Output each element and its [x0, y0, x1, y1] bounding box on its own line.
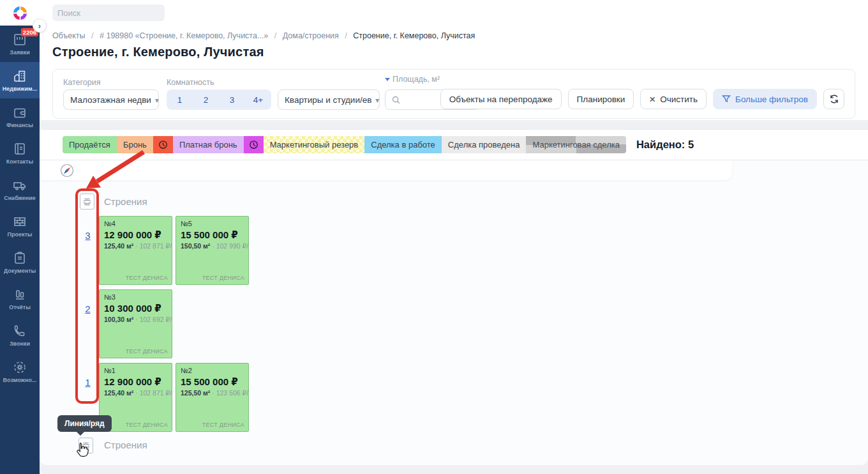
rooms-option-4plus[interactable]: 4+	[245, 89, 271, 110]
unit-card-5[interactable]: №5 15 500 000 ₽ 150,50 м² · 102 990 ₽/м²…	[176, 216, 249, 285]
rooms-option-2[interactable]: 2	[193, 89, 219, 110]
sidebar-nav: Заявки 2206 Недвижим... Финансы Контакты…	[0, 26, 40, 474]
legend-platnaya-bron-clock	[244, 136, 264, 153]
line-row-icon	[81, 440, 91, 451]
legend-strip: Продаётся Бронь Платная бронь Маркетинго…	[63, 136, 626, 153]
legend-prodaetsya: Продаётся	[63, 136, 117, 153]
breadcrumb-item[interactable]: Дома/строения	[283, 31, 339, 40]
chevron-down-icon	[151, 95, 159, 105]
found-count: Найдено: 5	[636, 139, 694, 151]
report-columns-icon	[12, 287, 27, 302]
chevron-down-icon	[371, 95, 379, 105]
rooms-filter-group: 1 2 3 4+	[167, 89, 271, 110]
resale-objects-button[interactable]: Объекты на перепродаже	[440, 89, 562, 109]
unit-card-2[interactable]: №2 15 500 000 ₽ 125,50 м² · 123 506 ₽/м²…	[176, 363, 249, 432]
more-filters-button[interactable]: Больше фильтров	[713, 89, 817, 109]
legend-platnaya-bron: Платная бронь	[173, 136, 244, 153]
breadcrumb-separator: /	[91, 31, 93, 40]
breadcrumb-item[interactable]: # 198980 «Строение, г. Кемерово, Лучиста…	[100, 31, 268, 40]
category-select[interactable]: Малоэтажная недви	[63, 89, 159, 110]
clipboard-icon	[12, 250, 27, 266]
breadcrumb-current: Строение, г. Кемерово, Лучистая	[353, 31, 475, 40]
global-search	[52, 4, 165, 21]
rooms-label: Комнатность	[167, 78, 214, 87]
legend-sdelka-v-rabote: Сделка в работе	[364, 136, 442, 153]
clock-icon	[249, 140, 258, 149]
legend-marketingovy-rezerv: Маркетинговый резерв	[264, 136, 365, 153]
bricks-icon	[12, 214, 27, 229]
category-label: Категория	[63, 78, 100, 87]
sidebar-item-zvonki[interactable]: Звонки	[0, 317, 40, 353]
legend-bron: Бронь	[117, 136, 153, 153]
building-icon	[12, 68, 27, 84]
unit-card-4[interactable]: №4 12 900 000 ₽ 125,40 м² · 102 871 ₽/м²…	[99, 216, 172, 285]
legend-sdelka-provedena: Сделка проведена	[442, 136, 527, 153]
sidebar-item-nedvizhimost[interactable]: Недвижим...	[0, 62, 40, 98]
close-icon	[649, 94, 660, 105]
line-row-toggle-top[interactable]	[80, 194, 94, 210]
clear-filters-button[interactable]: Очистить	[640, 89, 707, 109]
toolbar-strip	[40, 160, 732, 180]
status-legend: Продаётся Бронь Платная бронь Маркетинго…	[40, 129, 868, 160]
sidebar-item-proekty[interactable]: Проекты	[0, 208, 40, 244]
line-row-toggle-bottom[interactable]	[79, 438, 93, 454]
breadcrumb-separator: /	[345, 31, 347, 40]
row-link-2[interactable]: 2	[85, 303, 90, 363]
sidebar-item-otchety[interactable]: Отчёты	[0, 280, 40, 317]
legend-bron-clock	[153, 136, 173, 153]
page-title: Строение, г. Кемерово, Лучистая	[52, 45, 264, 59]
section-title-bottom: Строения	[104, 440, 147, 450]
filters-panel: Категория Малоэтажная недви Комнатность …	[52, 69, 855, 119]
rooms-option-1[interactable]: 1	[167, 89, 193, 110]
truck-icon	[12, 178, 27, 193]
logo-pinwheel-icon	[11, 4, 29, 22]
clock-icon	[158, 140, 168, 149]
funnel-icon	[722, 95, 731, 103]
area-label: Площадь, м²	[385, 75, 440, 84]
search-icon	[392, 96, 400, 104]
legend-marketingovaya-sdelka: Маркетинговая сделка	[526, 136, 625, 153]
sidebar-collapse-button[interactable]: ›	[33, 19, 47, 33]
sidebar-item-vozmozhnosti[interactable]: Возможно...	[0, 353, 40, 390]
row-link-3[interactable]: 3	[85, 230, 90, 289]
sort-triangle-icon[interactable]	[385, 78, 390, 81]
line-row-icon	[82, 196, 92, 207]
content-area: Строения 3 №4 12 900 000 ₽ 125,40 м² · 1…	[40, 160, 868, 465]
grid-row-3: 3 №4 12 900 000 ₽ 125,40 м² · 102 871 ₽/…	[77, 216, 249, 289]
building-grid: 3 №4 12 900 000 ₽ 125,40 м² · 102 871 ₽/…	[77, 216, 249, 436]
breadcrumb-item[interactable]: Объекты	[52, 31, 86, 40]
wallet-icon	[12, 105, 27, 120]
search-input[interactable]	[57, 8, 170, 18]
phone-icon	[12, 323, 27, 339]
rooms-option-3[interactable]: 3	[219, 89, 245, 110]
refresh-icon	[829, 94, 839, 104]
gear-icon	[12, 360, 27, 375]
contacts-book-icon	[12, 141, 27, 157]
refresh-button[interactable]	[823, 89, 844, 109]
object-type-select[interactable]: Квартиры и студии/ев	[278, 89, 380, 110]
unit-card-3[interactable]: №3 10 300 000 ₽ 100,30 м² · 102 692 ₽/м²…	[99, 289, 172, 358]
section-title-top: Строения	[104, 196, 147, 207]
sidebar-item-snabzhenie[interactable]: Снабжение	[0, 171, 40, 208]
grid-row-2: 2 №3 10 300 000 ₽ 100,30 м² · 102 692 ₽/…	[77, 289, 249, 363]
tooltip-line-row: Линия/ряд	[57, 415, 112, 432]
breadcrumb-separator: /	[274, 31, 276, 40]
compass-icon[interactable]	[60, 164, 74, 178]
sidebar-item-zayavki[interactable]: Заявки 2206	[0, 26, 40, 62]
sidebar-item-dokumenty[interactable]: Документы	[0, 244, 40, 280]
breadcrumb: Объекты / # 198980 «Строение, г. Кемеров…	[52, 31, 475, 40]
layouts-button[interactable]: Планировки	[568, 89, 634, 109]
sidebar-item-finansy[interactable]: Финансы	[0, 98, 40, 135]
sidebar-item-kontakty[interactable]: Контакты	[0, 135, 40, 171]
